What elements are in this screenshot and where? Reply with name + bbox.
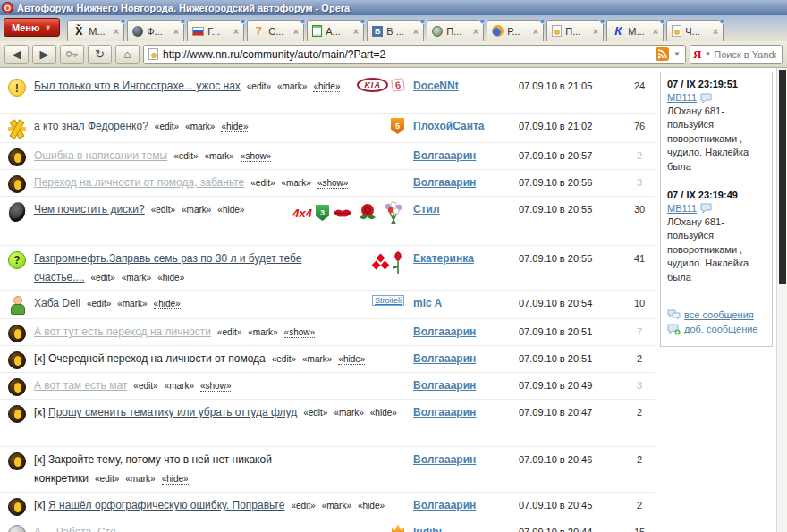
topic-action-link[interactable]: «hide» xyxy=(358,501,385,511)
topic-title-link[interactable]: А вот тут есть переход на личности xyxy=(34,325,211,338)
topic-action-link[interactable]: «edit» xyxy=(133,381,157,391)
topic-action-link[interactable]: «show» xyxy=(284,327,315,338)
tab-close-icon[interactable]: × xyxy=(109,26,119,37)
topic-title-link[interactable]: А.... Работа. Сто... xyxy=(34,526,125,532)
topic-title-link[interactable]: Очередной переход на личности от помода xyxy=(48,352,266,365)
author-link[interactable]: Волгааарин xyxy=(413,379,476,392)
author-link[interactable]: Волгааарин xyxy=(413,453,476,466)
author-link[interactable]: Стил xyxy=(413,203,440,215)
rss-dropdown-icon[interactable]: ▼ xyxy=(673,50,681,58)
back-button[interactable]: ◀ xyxy=(4,45,29,64)
vertical-scrollbar[interactable] xyxy=(776,68,787,532)
url-text[interactable]: http://www.nn.ru/community/auto/main/?Pa… xyxy=(163,48,651,61)
add-message-link[interactable]: доб. сообщение xyxy=(667,324,766,335)
topic-title-link[interactable]: Чем почистить диски? xyxy=(34,203,145,215)
topic-title-link[interactable]: Хаба Deil xyxy=(34,297,80,309)
browser-tab[interactable]: П... × xyxy=(546,20,604,41)
author-link[interactable]: Волгааарин xyxy=(413,352,476,365)
topic-action-link[interactable]: «show» xyxy=(200,381,231,392)
author-link[interactable]: ПлохойСанта xyxy=(413,120,485,132)
browser-tab[interactable]: В В ... × xyxy=(367,20,424,41)
tab-close-icon[interactable]: × xyxy=(409,26,419,37)
message-user-link[interactable]: МВ111 xyxy=(667,92,712,103)
reload-button[interactable]: ↻ xyxy=(88,45,112,64)
topic-action-link[interactable]: «hide» xyxy=(154,299,181,309)
browser-tab[interactable]: Р... × xyxy=(487,20,544,41)
topic-action-link[interactable]: «mark» xyxy=(248,327,277,337)
topic-title-link[interactable]: Был только что в Ингосстрахе... ужос нах xyxy=(34,80,241,92)
browser-tab[interactable]: Ф... × xyxy=(127,20,184,41)
topic-action-link[interactable]: «mark» xyxy=(322,501,351,511)
tab-close-icon[interactable]: × xyxy=(469,26,478,37)
topic-action-link[interactable]: «edit» xyxy=(91,273,115,283)
home-button[interactable]: ⌂ xyxy=(115,45,140,64)
author-link[interactable]: Волгааарин xyxy=(413,406,476,418)
opera-menu-button[interactable]: Меню ▼ xyxy=(4,18,60,37)
topic-action-link[interactable]: «mark» xyxy=(185,122,215,131)
topic-action-link[interactable]: «edit» xyxy=(87,299,111,308)
topic-action-link[interactable]: «edit» xyxy=(173,151,198,161)
topic-action-link[interactable]: «hide» xyxy=(217,205,244,215)
author-link[interactable]: Волгааарин xyxy=(413,325,476,338)
topic-action-link[interactable]: «hide» xyxy=(313,81,340,92)
topic-action-link[interactable]: «edit» xyxy=(151,205,175,215)
browser-tab[interactable]: К М... × xyxy=(606,20,664,41)
author-link[interactable]: Волгааарин xyxy=(413,149,476,162)
key-button[interactable] xyxy=(60,45,84,64)
topic-title-link[interactable]: Прошу сменить тематику или убрать оттуда… xyxy=(48,406,297,418)
topic-title-link[interactable]: Я нашёл орфографическую ошибку. Поправьт… xyxy=(48,499,284,511)
browser-tab[interactable]: Ч... × xyxy=(666,20,724,41)
topic-action-link[interactable]: «edit» xyxy=(217,327,241,337)
topic-action-link[interactable]: «mark» xyxy=(117,299,147,308)
topic-action-link[interactable]: «show» xyxy=(241,151,271,162)
tab-close-icon[interactable]: × xyxy=(349,26,359,37)
topic-action-link[interactable]: «mark» xyxy=(122,273,151,283)
author-link[interactable]: ludibi xyxy=(413,526,442,532)
topic-action-link[interactable]: «hide» xyxy=(338,354,365,365)
topic-action-link[interactable]: «edit» xyxy=(272,354,296,364)
author-link[interactable]: Екатеринка xyxy=(413,252,474,265)
author-link[interactable]: Волгааарин xyxy=(413,176,476,189)
topic-action-link[interactable]: «mark» xyxy=(334,408,363,418)
topic-action-link[interactable]: «edit» xyxy=(247,81,271,91)
topic-action-link[interactable]: «edit» xyxy=(155,122,179,131)
scrollbar-thumb[interactable] xyxy=(779,70,786,284)
topic-action-link[interactable]: «mark» xyxy=(204,151,233,161)
topic-action-link[interactable]: «mark» xyxy=(125,474,155,484)
tab-close-icon[interactable]: × xyxy=(289,26,299,37)
author-link[interactable]: Волгааарин xyxy=(413,499,476,511)
topic-action-link[interactable]: «edit» xyxy=(250,178,275,188)
tab-close-icon[interactable]: × xyxy=(708,26,718,37)
topic-action-link[interactable]: «edit» xyxy=(291,501,315,511)
search-engine-dropdown-icon[interactable]: ▼ xyxy=(704,50,711,58)
topic-action-link[interactable]: «show» xyxy=(317,178,348,189)
topic-action-link[interactable]: «mark» xyxy=(277,81,307,91)
forward-button[interactable]: ▶ xyxy=(32,45,56,64)
tab-close-icon[interactable]: × xyxy=(529,26,538,37)
topic-title-link[interactable]: а кто знал Федоренко? xyxy=(34,120,148,132)
topic-title-link[interactable]: Переход на личности от помода, забаньте xyxy=(34,176,244,189)
topic-title-link[interactable]: А вот там есть мат xyxy=(34,379,127,392)
topic-action-link[interactable]: «mark» xyxy=(282,178,311,188)
topic-action-link[interactable]: «mark» xyxy=(302,354,332,364)
topic-action-link[interactable]: «mark» xyxy=(182,205,211,215)
browser-tab[interactable]: Г... × xyxy=(187,20,244,41)
topic-title-link[interactable]: Ошибка в написании темы xyxy=(34,149,167,162)
author-link[interactable]: mic A xyxy=(413,297,442,309)
tab-close-icon[interactable]: × xyxy=(169,26,179,37)
topic-action-link[interactable]: «edit» xyxy=(303,408,327,418)
yandex-search-box[interactable]: Я ▼ xyxy=(690,45,783,64)
rss-icon[interactable] xyxy=(656,47,669,61)
search-input[interactable] xyxy=(714,49,776,60)
url-field[interactable]: http://www.nn.ru/community/auto/main/?Pa… xyxy=(143,45,686,64)
topic-action-link[interactable]: «mark» xyxy=(165,381,194,391)
message-user-link[interactable]: МВ111 xyxy=(667,203,712,214)
author-link[interactable]: DoceNNt xyxy=(413,80,459,92)
browser-tab[interactable]: А... × xyxy=(307,20,364,41)
tab-close-icon[interactable]: × xyxy=(588,26,598,37)
tab-close-icon[interactable]: × xyxy=(648,26,658,37)
all-messages-link[interactable]: все сообщения xyxy=(667,309,766,320)
browser-tab[interactable]: П... × xyxy=(427,20,484,41)
topic-action-link[interactable]: «hide» xyxy=(162,474,189,485)
tab-close-icon[interactable]: × xyxy=(229,26,239,37)
